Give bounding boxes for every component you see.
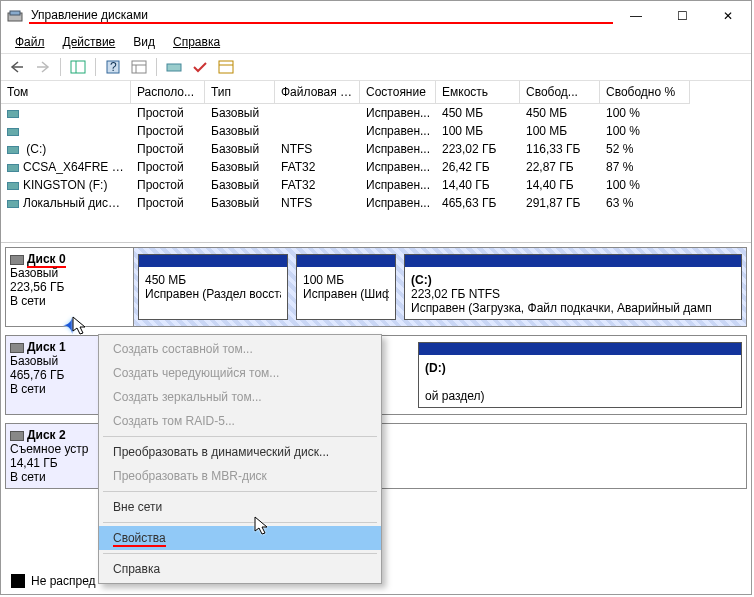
col-status[interactable]: Состояние [360, 81, 436, 104]
toolbar-icon-2[interactable] [127, 56, 151, 78]
volume-icon [7, 146, 19, 154]
close-button[interactable]: ✕ [705, 1, 751, 31]
menubar: Файл Действие Вид Справка [1, 31, 751, 53]
disk1-partition-d[interactable]: (D:) ой раздел) [418, 342, 742, 408]
menu-help[interactable]: Справка [165, 33, 228, 51]
menu-action[interactable]: Действие [55, 33, 124, 51]
click-sparkle-icon: ✦ [62, 312, 82, 340]
table-row[interactable]: Локальный диск (...ПростойБазовыйNTFSИсп… [1, 194, 751, 212]
titlebar[interactable]: Управление дисками — ☐ ✕ [1, 1, 751, 31]
ctx-create-raid5[interactable]: Создать том RAID-5... [99, 409, 381, 433]
context-menu: Создать составной том... Создать чередую… [98, 334, 382, 584]
disk-icon [10, 343, 24, 353]
volume-icon [7, 128, 19, 136]
disk-1-name: Диск 1 [27, 340, 66, 354]
disk0-partition-c[interactable]: (C:) 223,02 ГБ NTFS Исправен (Загрузка, … [404, 254, 742, 320]
ctx-create-striped[interactable]: Создать чередующийся том... [99, 361, 381, 385]
ctx-offline[interactable]: Вне сети [99, 495, 381, 519]
disk-2-name: Диск 2 [27, 428, 66, 442]
legend-swatch-unallocated [11, 574, 25, 588]
legend-label: Не распред [31, 574, 96, 588]
volume-icon [7, 164, 19, 172]
volume-list: Том Располо... Тип Файловая с... Состоян… [1, 81, 751, 243]
forward-button[interactable] [31, 56, 55, 78]
col-fs[interactable]: Файловая с... [275, 81, 360, 104]
menu-view[interactable]: Вид [125, 33, 163, 51]
ctx-create-spanned[interactable]: Создать составной том... [99, 337, 381, 361]
ctx-convert-dynamic[interactable]: Преобразовать в динамический диск... [99, 440, 381, 464]
col-capacity[interactable]: Емкость [436, 81, 520, 104]
disk-icon [10, 431, 24, 441]
col-type[interactable]: Тип [205, 81, 275, 104]
svg-rect-9 [167, 64, 181, 71]
svg-rect-1 [10, 11, 20, 15]
svg-rect-10 [219, 61, 233, 73]
disk-0-type: Базовый [10, 266, 129, 280]
toolbar-icon-3[interactable] [162, 56, 186, 78]
minimize-button[interactable]: — [613, 1, 659, 31]
ctx-convert-mbr[interactable]: Преобразовать в MBR-диск [99, 464, 381, 488]
window-title: Управление дисками [29, 8, 613, 24]
volume-icon [7, 200, 19, 208]
col-volume[interactable]: Том [1, 81, 131, 104]
col-free[interactable]: Свобод... [520, 81, 600, 104]
ctx-properties[interactable]: Свойства [99, 526, 381, 550]
col-pct[interactable]: Свободно % [600, 81, 690, 104]
svg-rect-6 [132, 61, 146, 73]
ctx-create-mirror[interactable]: Создать зеркальный том... [99, 385, 381, 409]
maximize-button[interactable]: ☐ [659, 1, 705, 31]
col-layout[interactable]: Располо... [131, 81, 205, 104]
disk0-partition-2[interactable]: 100 МБ Исправен (Шифро [296, 254, 396, 320]
table-row[interactable]: CCSA_X64FRE (G:)ПростойБазовыйFAT32Испра… [1, 158, 751, 176]
table-row[interactable]: ПростойБазовыйИсправен...450 МБ450 МБ100… [1, 104, 751, 122]
disk-0-size: 223,56 ГБ [10, 280, 129, 294]
table-row[interactable]: KINGSTON (F:)ПростойБазовыйFAT32Исправен… [1, 176, 751, 194]
menu-file[interactable]: Файл [7, 33, 53, 51]
column-headers: Том Располо... Тип Файловая с... Состоян… [1, 81, 751, 104]
volume-icon [7, 110, 19, 118]
toolbar: ? [1, 53, 751, 81]
back-button[interactable] [5, 56, 29, 78]
app-icon [7, 8, 23, 24]
legend: Не распред [11, 574, 96, 588]
toolbar-icon-5[interactable] [214, 56, 238, 78]
disk0-partition-1[interactable]: 450 МБ Исправен (Раздел восстан [138, 254, 288, 320]
ctx-help[interactable]: Справка [99, 557, 381, 581]
toolbar-icon-1[interactable] [66, 56, 90, 78]
toolbar-icon-4[interactable] [188, 56, 212, 78]
table-row[interactable]: ПростойБазовыйИсправен...100 МБ100 МБ100… [1, 122, 751, 140]
disk-0-status: В сети [10, 294, 129, 308]
disk-0[interactable]: Диск 0 Базовый 223,56 ГБ В сети 450 МБ И… [5, 247, 747, 327]
volume-icon [7, 182, 19, 190]
svg-text:?: ? [110, 60, 117, 74]
table-row[interactable]: (C:)ПростойБазовыйNTFSИсправен...223,02 … [1, 140, 751, 158]
help-icon[interactable]: ? [101, 56, 125, 78]
svg-rect-2 [71, 61, 85, 73]
disk-icon [10, 255, 24, 265]
